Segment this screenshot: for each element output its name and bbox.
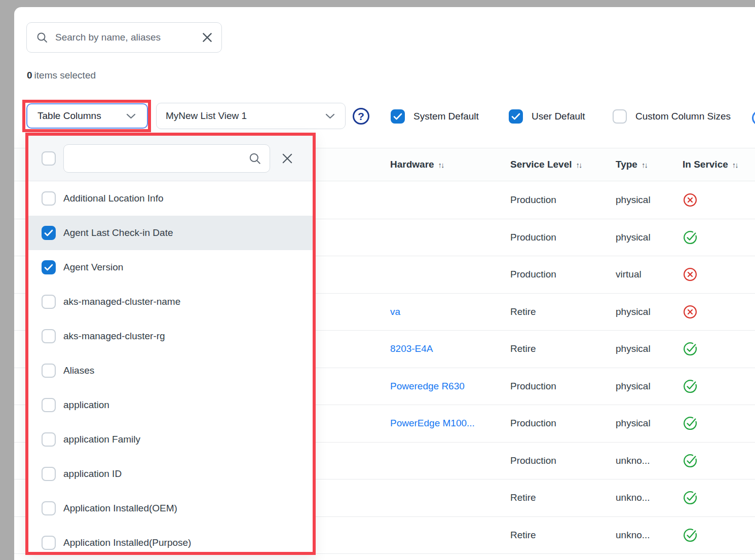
service-level-cell: Production bbox=[510, 269, 616, 280]
help-glyph: ? bbox=[358, 110, 364, 123]
type-cell: physical bbox=[616, 232, 683, 243]
type-cell: unkno... bbox=[616, 492, 683, 503]
close-panel-icon[interactable] bbox=[281, 152, 293, 165]
column-option-application-installed-purpose-[interactable]: Application Installed(Purpose) bbox=[28, 526, 313, 555]
search-icon bbox=[248, 152, 261, 165]
column-header-in-service[interactable]: In Service↑↓ bbox=[683, 159, 743, 170]
checkbox[interactable] bbox=[42, 364, 56, 378]
toolbar-checkbox-system-default[interactable]: System Default bbox=[391, 109, 479, 124]
column-option-label: Aliases bbox=[63, 365, 94, 376]
service-level-cell: Retire bbox=[510, 306, 616, 317]
type-cell: physical bbox=[616, 343, 683, 354]
type-cell: unkno... bbox=[616, 455, 683, 466]
toolbar-checkbox-user-default[interactable]: User Default bbox=[509, 109, 585, 124]
checkbox-label: System Default bbox=[413, 111, 479, 122]
column-option-application-id[interactable]: application ID bbox=[28, 457, 313, 491]
selected-label: items selected bbox=[34, 70, 96, 81]
checkbox[interactable] bbox=[42, 536, 56, 550]
checkbox[interactable] bbox=[42, 432, 56, 447]
sort-icon[interactable]: ↑↓ bbox=[438, 161, 444, 169]
list-view-value: MyNew List View 1 bbox=[166, 110, 247, 122]
column-option-label: application Family bbox=[63, 434, 140, 445]
hardware-link[interactable]: va bbox=[390, 306, 400, 317]
select-all-checkbox[interactable] bbox=[42, 151, 56, 166]
search-input[interactable] bbox=[55, 32, 185, 43]
type-cell: physical bbox=[616, 418, 683, 429]
column-header-hardware[interactable]: Hardware↑↓ bbox=[390, 159, 510, 170]
hardware-cell: PowerEdge M100... bbox=[390, 418, 510, 429]
sort-icon[interactable]: ↑↓ bbox=[576, 161, 581, 169]
column-header-service-level[interactable]: Service Level↑↓ bbox=[510, 159, 616, 170]
service-level-cell: Production bbox=[510, 381, 616, 392]
service-level-cell: Production bbox=[510, 232, 616, 243]
table-columns-label: Table Columns bbox=[37, 110, 101, 122]
selection-summary: 0items selected bbox=[27, 70, 96, 81]
column-option-application[interactable]: application bbox=[28, 388, 313, 422]
clear-search-icon[interactable] bbox=[201, 31, 213, 44]
in-service-yes-icon bbox=[683, 230, 743, 245]
in-service-yes-icon bbox=[683, 341, 743, 356]
type-cell: physical bbox=[616, 194, 683, 206]
column-option-agent-last-check-in-date[interactable]: Agent Last Check-in Date bbox=[28, 216, 313, 250]
checkbox[interactable] bbox=[42, 226, 56, 240]
checkbox[interactable] bbox=[42, 398, 56, 412]
type-cell: unkno... bbox=[616, 530, 683, 541]
table-columns-button[interactable]: Table Columns bbox=[26, 103, 148, 129]
table-columns-panel: Additional Location InfoAgent Last Check… bbox=[25, 133, 316, 555]
checkbox-label: User Default bbox=[532, 111, 585, 122]
search-icon bbox=[36, 31, 48, 44]
help-icon-partial[interactable] bbox=[752, 110, 755, 126]
column-option-aks-managed-cluster-name[interactable]: aks-managed-cluster-name bbox=[28, 285, 313, 319]
columns-filter-box[interactable] bbox=[63, 144, 270, 173]
column-option-application-family[interactable]: application Family bbox=[28, 422, 313, 457]
content-frame: 0items selected Table Columns MyNew List… bbox=[14, 7, 755, 560]
service-level-cell: Production bbox=[510, 194, 616, 206]
in-service-yes-icon bbox=[683, 453, 743, 468]
column-option-label: aks-managed-cluster-name bbox=[63, 296, 180, 307]
checkbox[interactable] bbox=[391, 109, 405, 124]
main-search[interactable] bbox=[26, 22, 222, 53]
column-option-label: application bbox=[63, 399, 109, 411]
hardware-link[interactable]: PowerEdge M100... bbox=[390, 418, 475, 428]
columns-list: Additional Location InfoAgent Last Check… bbox=[28, 181, 313, 555]
checkbox[interactable] bbox=[42, 191, 56, 206]
sort-icon[interactable]: ↑↓ bbox=[641, 161, 647, 169]
checkbox[interactable] bbox=[42, 260, 56, 274]
service-level-cell: Retire bbox=[510, 530, 616, 541]
in-service-yes-icon bbox=[683, 528, 743, 543]
column-option-aks-managed-cluster-rg[interactable]: aks-managed-cluster-rg bbox=[28, 319, 313, 353]
hardware-link[interactable]: Poweredge R630 bbox=[390, 381, 465, 391]
service-level-cell: Retire bbox=[510, 492, 616, 503]
columns-panel-header bbox=[28, 136, 313, 181]
type-cell: physical bbox=[616, 306, 683, 317]
column-option-application-installed-oem-[interactable]: Application Installed(OEM) bbox=[28, 491, 313, 526]
hardware-cell: Poweredge R630 bbox=[390, 381, 510, 392]
selected-count: 0 bbox=[27, 70, 32, 81]
checkbox[interactable] bbox=[613, 109, 627, 124]
toolbar-checkbox-custom-column-sizes[interactable]: Custom Column Sizes bbox=[613, 109, 731, 124]
checkbox[interactable] bbox=[42, 467, 56, 481]
hardware-link[interactable]: 8203-E4A bbox=[390, 343, 433, 354]
checkbox[interactable] bbox=[42, 329, 56, 343]
type-cell: physical bbox=[616, 381, 683, 392]
column-option-agent-version[interactable]: Agent Version bbox=[28, 250, 313, 285]
column-option-additional-location-info[interactable]: Additional Location Info bbox=[28, 181, 313, 216]
sort-icon[interactable]: ↑↓ bbox=[732, 161, 738, 169]
column-option-label: application ID bbox=[63, 468, 122, 479]
in-service-yes-icon bbox=[683, 490, 743, 505]
checkbox[interactable] bbox=[509, 109, 523, 124]
checkbox[interactable] bbox=[42, 501, 56, 515]
column-option-label: Agent Version bbox=[63, 262, 123, 273]
list-view-select[interactable]: MyNew List View 1 bbox=[156, 103, 346, 129]
column-header-type[interactable]: Type↑↓ bbox=[616, 159, 683, 170]
column-option-label: Agent Last Check-in Date bbox=[63, 227, 173, 238]
columns-filter-input[interactable] bbox=[72, 153, 248, 164]
in-service-no-icon bbox=[683, 304, 743, 319]
column-option-aliases[interactable]: Aliases bbox=[28, 353, 313, 388]
checkbox[interactable] bbox=[42, 295, 56, 309]
chevron-down-icon bbox=[126, 113, 136, 119]
in-service-no-icon bbox=[683, 267, 743, 282]
help-icon[interactable]: ? bbox=[353, 108, 369, 125]
service-level-cell: Production bbox=[510, 418, 616, 429]
column-option-label: aks-managed-cluster-rg bbox=[63, 331, 165, 342]
